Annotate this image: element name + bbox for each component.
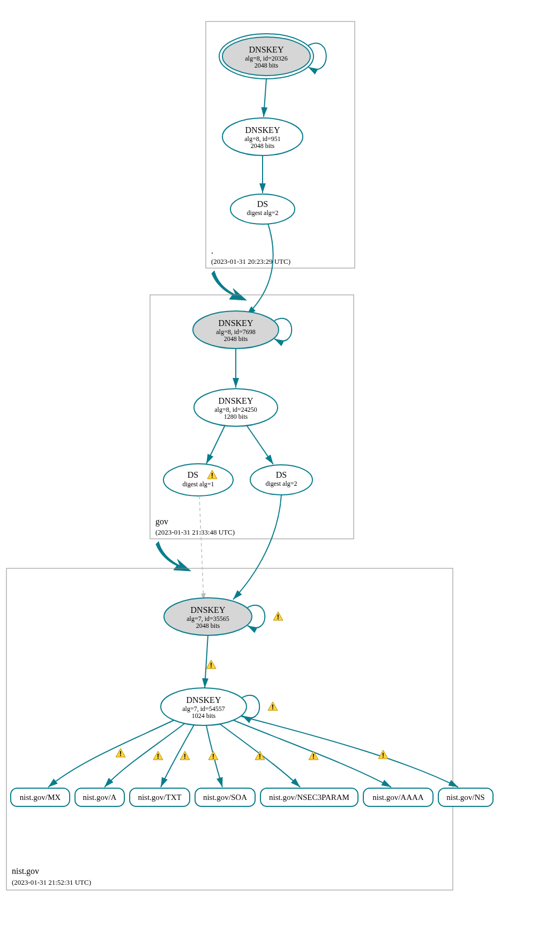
svg-text:nist.gov/NS: nist.gov/NS — [446, 793, 484, 802]
warning-icon — [208, 751, 218, 760]
zone-arrow-root-gov — [212, 271, 247, 300]
svg-text:2048 bits: 2048 bits — [255, 62, 279, 69]
svg-text:DNSKEY: DNSKEY — [249, 45, 284, 54]
svg-text:nist.gov/AAAA: nist.gov/AAAA — [372, 793, 424, 802]
edge-rootds-govksk — [247, 224, 273, 315]
warning-icon — [153, 751, 163, 760]
rr-ns[interactable]: nist.gov/NS — [438, 788, 493, 806]
node-root-zsk[interactable]: DNSKEY alg=8, id=951 2048 bits — [222, 118, 303, 155]
warning-icon — [273, 612, 283, 621]
svg-text:DS: DS — [257, 199, 268, 209]
zone-arrow-gov-nist — [156, 542, 191, 571]
edge-zsk-mx — [48, 720, 174, 787]
svg-text:alg=8, id=951: alg=8, id=951 — [244, 135, 281, 143]
svg-text:alg=7, id=54557: alg=7, id=54557 — [182, 705, 225, 713]
node-nist-ksk[interactable]: DNSKEY alg=7, id=35565 2048 bits — [164, 598, 252, 635]
warning-icon — [378, 750, 388, 759]
warning-icon — [268, 702, 278, 711]
edge-nistksk-nistzsk — [205, 635, 208, 688]
svg-text:DS: DS — [188, 470, 198, 479]
edge-govzsk-ds1 — [206, 425, 225, 464]
edge-root-ksk-self — [308, 43, 326, 70]
svg-text:2048 bits: 2048 bits — [224, 335, 248, 343]
svg-text:DS: DS — [276, 470, 287, 479]
zone-gov-time: (2023-01-31 21:33:48 UTC) — [155, 528, 235, 536]
rr-soa[interactable]: nist.gov/SOA — [195, 788, 255, 806]
zone-root-time: (2023-01-31 20:23:29 UTC) — [211, 257, 290, 265]
zone-nist-time: (2023-01-31 21:52:31 UTC) — [12, 878, 91, 886]
warning-icon — [116, 748, 125, 758]
edge-zsk-txt — [161, 725, 194, 787]
rr-mx[interactable]: nist.gov/MX — [11, 788, 70, 806]
svg-text:DNSKEY: DNSKEY — [219, 318, 253, 328]
svg-text:nist.gov/SOA: nist.gov/SOA — [203, 793, 247, 802]
svg-point-23 — [163, 464, 233, 496]
svg-text:2048 bits: 2048 bits — [251, 142, 275, 150]
svg-text:DNSKEY: DNSKEY — [191, 605, 226, 614]
svg-text:alg=8, id=20326: alg=8, id=20326 — [245, 55, 288, 62]
edge-ds1-nistksk — [199, 496, 204, 601]
rr-a[interactable]: nist.gov/A — [75, 788, 124, 806]
svg-text:digest alg=1: digest alg=1 — [182, 480, 214, 488]
edge-govzsk-ds2 — [247, 425, 273, 464]
svg-text:nist.gov/MX: nist.gov/MX — [20, 793, 61, 802]
rr-nsec3param[interactable]: nist.gov/NSEC3PARAM — [260, 788, 358, 806]
svg-text:digest alg=2: digest alg=2 — [247, 209, 278, 217]
node-gov-ds1[interactable]: DS digest alg=1 — [163, 464, 233, 496]
node-root-ksk[interactable]: DNSKEY alg=8, id=20326 2048 bits — [219, 34, 313, 79]
zone-root-name: . — [211, 246, 213, 255]
warning-icon — [309, 751, 318, 760]
svg-text:alg=8, id=7698: alg=8, id=7698 — [216, 328, 256, 336]
svg-text:nist.gov/NSEC3PARAM: nist.gov/NSEC3PARAM — [269, 793, 349, 802]
edge-ds2-nistksk — [233, 495, 281, 599]
rr-txt[interactable]: nist.gov/TXT — [130, 788, 190, 806]
svg-text:2048 bits: 2048 bits — [196, 622, 220, 629]
rr-aaaa[interactable]: nist.gov/AAAA — [363, 788, 433, 806]
svg-text:nist.gov/TXT: nist.gov/TXT — [138, 793, 181, 802]
svg-text:1280 bits: 1280 bits — [224, 413, 248, 420]
svg-text:DNSKEY: DNSKEY — [219, 396, 253, 405]
node-gov-zsk[interactable]: DNSKEY alg=8, id=24250 1280 bits — [194, 389, 278, 426]
zone-nist-name: nist.gov — [12, 866, 39, 876]
edge-rootksk-rootzsk — [264, 79, 266, 117]
node-gov-ds2[interactable]: DS digest alg=2 — [250, 465, 312, 495]
svg-text:alg=7, id=35565: alg=7, id=35565 — [186, 615, 229, 622]
svg-text:nist.gov/A: nist.gov/A — [83, 793, 117, 802]
warning-icon — [206, 660, 216, 669]
edge-zsk-ns — [241, 716, 458, 787]
svg-text:1024 bits: 1024 bits — [192, 712, 216, 720]
warning-icon — [180, 751, 190, 760]
svg-text:digest alg=2: digest alg=2 — [265, 480, 297, 487]
node-root-ds[interactable]: DS digest alg=2 — [230, 194, 295, 224]
svg-text:DNSKEY: DNSKEY — [186, 695, 221, 705]
svg-text:alg=8, id=24250: alg=8, id=24250 — [214, 406, 257, 413]
node-gov-ksk[interactable]: DNSKEY alg=8, id=7698 2048 bits — [193, 311, 279, 349]
svg-text:DNSKEY: DNSKEY — [245, 125, 280, 135]
zone-gov-name: gov — [155, 517, 168, 527]
